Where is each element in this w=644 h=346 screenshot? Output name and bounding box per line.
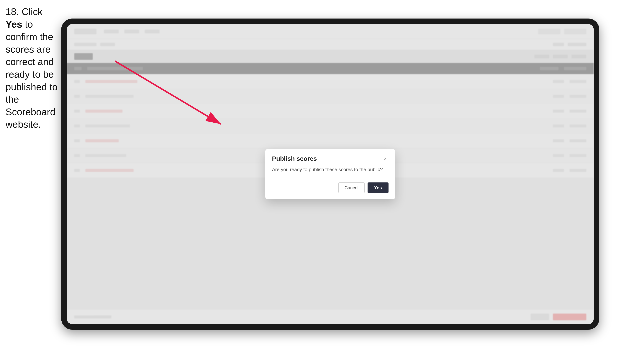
modal-title: Publish scores	[272, 155, 317, 162]
yes-button[interactable]: Yes	[368, 182, 388, 193]
tablet-screen: Publish scores × Are you ready to publis…	[67, 24, 594, 324]
modal-footer: Cancel Yes	[265, 179, 395, 199]
publish-scores-modal: Publish scores × Are you ready to publis…	[265, 149, 395, 199]
modal-close-button[interactable]: ×	[382, 156, 388, 162]
modal-message: Are you ready to publish these scores to…	[272, 166, 388, 173]
tablet-device: Publish scores × Are you ready to publis…	[61, 18, 599, 330]
cancel-button[interactable]: Cancel	[338, 182, 364, 193]
modal-body: Are you ready to publish these scores to…	[265, 166, 395, 179]
modal-header: Publish scores ×	[265, 149, 395, 166]
instruction-text: 18. Click Yes to confirm the scores are …	[6, 5, 59, 131]
